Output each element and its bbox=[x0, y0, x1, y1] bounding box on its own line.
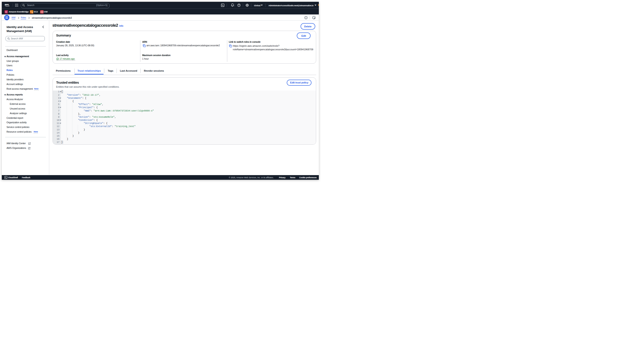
svg-text:aws: aws bbox=[5, 3, 9, 6]
